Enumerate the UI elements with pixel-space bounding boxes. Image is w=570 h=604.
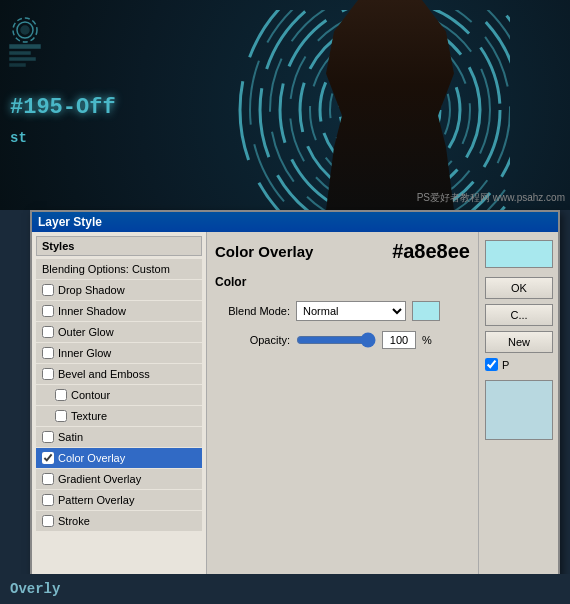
styles-header: Styles — [36, 236, 202, 256]
opacity-row: Opacity: 100 % — [215, 331, 470, 349]
color-overlay-item[interactable]: Color Overlay — [36, 448, 202, 468]
satin-label: Satin — [58, 431, 83, 443]
inner-shadow-label: Inner Shadow — [58, 305, 126, 317]
outer-glow-item[interactable]: Outer Glow — [36, 322, 202, 342]
layer-style-dialog: Layer Style Styles Blending Options: Cus… — [30, 210, 560, 595]
pattern-overlay-item[interactable]: Pattern Overlay — [36, 490, 202, 510]
svg-point-15 — [21, 26, 29, 34]
section-title: Color Overlay — [215, 243, 313, 260]
pattern-overlay-label: Pattern Overlay — [58, 494, 134, 506]
hex-value-display: #a8e8ee — [392, 240, 470, 263]
inner-glow-checkbox[interactable] — [42, 347, 54, 359]
dialog-title: Layer Style — [38, 215, 102, 229]
gradient-overlay-item[interactable]: Gradient Overlay — [36, 469, 202, 489]
ok-button[interactable]: OK — [485, 277, 553, 299]
blend-mode-dropdown[interactable]: Normal Multiply Screen Overlay Darken Li… — [296, 301, 406, 321]
svg-rect-19 — [10, 64, 25, 66]
left-decoration — [5, 10, 65, 90]
texture-checkbox[interactable] — [55, 410, 67, 422]
color-overlay-checkbox[interactable] — [42, 452, 54, 464]
sub-section-title: Color — [215, 275, 470, 289]
stroke-item[interactable]: Stroke — [36, 511, 202, 531]
svg-rect-16 — [10, 45, 40, 48]
stroke-checkbox[interactable] — [42, 515, 54, 527]
bevel-emboss-checkbox[interactable] — [42, 368, 54, 380]
section-title-row: Color Overlay #a8e8ee — [215, 240, 470, 263]
opacity-label: Opacity: — [215, 334, 290, 346]
outer-glow-checkbox[interactable] — [42, 326, 54, 338]
stroke-label: Stroke — [58, 515, 90, 527]
new-button[interactable]: New — [485, 331, 553, 353]
outer-glow-label: Outer Glow — [58, 326, 114, 338]
color-overlay-label: Color Overlay — [58, 452, 125, 464]
texture-item[interactable]: Texture — [36, 406, 202, 426]
preview-checkbox[interactable] — [485, 358, 498, 371]
right-panel: Color Overlay #a8e8ee Color Blend Mode: … — [207, 232, 478, 593]
svg-rect-18 — [10, 58, 35, 60]
blend-mode-label: Blend Mode: — [215, 305, 290, 317]
texture-label: Texture — [71, 410, 107, 422]
bevel-emboss-label: Bevel and Emboss — [58, 368, 150, 380]
gradient-overlay-checkbox[interactable] — [42, 473, 54, 485]
bottom-strip: Overly — [0, 574, 570, 604]
far-right-buttons: OK C... New P — [478, 232, 558, 593]
left-panel: Styles Blending Options: Custom Drop Sha… — [32, 232, 207, 593]
cancel-button[interactable]: C... — [485, 304, 553, 326]
ok-color-swatch[interactable] — [485, 240, 553, 268]
opacity-slider[interactable] — [296, 335, 376, 345]
color-swatch-preview[interactable] — [412, 301, 440, 321]
gradient-overlay-label: Gradient Overlay — [58, 473, 141, 485]
image-text-code: #195-Off — [10, 95, 116, 120]
image-area: #195-Off st PS爱好者教程网 www.psahz.com — [0, 0, 570, 210]
drop-shadow-checkbox[interactable] — [42, 284, 54, 296]
inner-glow-item[interactable]: Inner Glow — [36, 343, 202, 363]
image-text-secondary: st — [10, 130, 27, 146]
contour-checkbox[interactable] — [55, 389, 67, 401]
preview-checkbox-row: P — [485, 358, 552, 371]
blend-mode-row: Blend Mode: Normal Multiply Screen Overl… — [215, 301, 470, 321]
preview-label: P — [502, 359, 509, 371]
contour-label: Contour — [71, 389, 110, 401]
bevel-emboss-item[interactable]: Bevel and Emboss — [36, 364, 202, 384]
satin-item[interactable]: Satin — [36, 427, 202, 447]
blending-options-item[interactable]: Blending Options: Custom — [36, 259, 202, 279]
inner-shadow-checkbox[interactable] — [42, 305, 54, 317]
watermark: PS爱好者教程网 www.psahz.com — [417, 191, 565, 205]
inner-shadow-item[interactable]: Inner Shadow — [36, 301, 202, 321]
drop-shadow-item[interactable]: Drop Shadow — [36, 280, 202, 300]
opacity-input[interactable]: 100 — [382, 331, 416, 349]
drop-shadow-label: Drop Shadow — [58, 284, 125, 296]
svg-rect-17 — [10, 52, 30, 54]
inner-glow-label: Inner Glow — [58, 347, 111, 359]
satin-checkbox[interactable] — [42, 431, 54, 443]
dialog-titlebar: Layer Style — [32, 212, 558, 232]
pattern-overlay-checkbox[interactable] — [42, 494, 54, 506]
dialog-body: Styles Blending Options: Custom Drop Sha… — [32, 232, 558, 593]
blending-options-label: Blending Options: Custom — [42, 263, 170, 275]
preview-box — [485, 380, 553, 440]
bottom-overly-text: Overly — [10, 581, 60, 597]
percent-sign: % — [422, 334, 432, 346]
contour-item[interactable]: Contour — [36, 385, 202, 405]
